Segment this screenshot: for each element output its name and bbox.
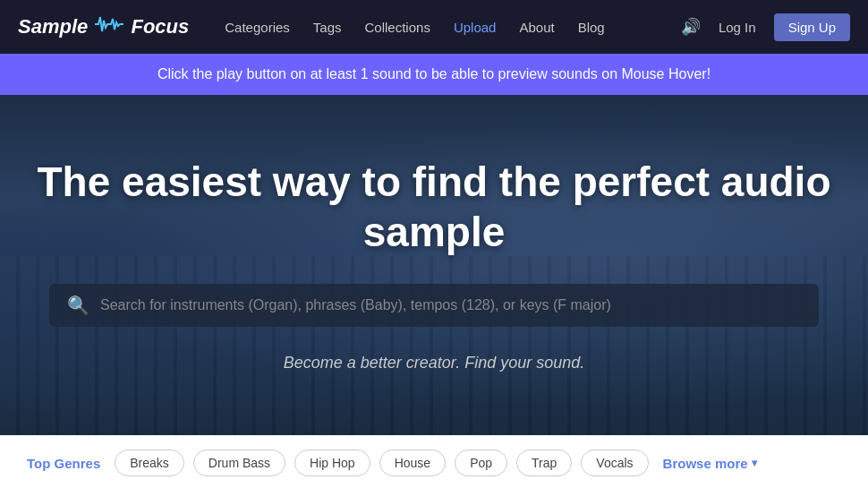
hero-content: The easiest way to find the perfect audi… <box>0 158 868 372</box>
nav-item-about[interactable]: About <box>510 14 563 40</box>
nav-item-upload[interactable]: Upload <box>445 14 506 40</box>
top-genres-label: Top Genres <box>27 456 100 471</box>
nav-item-blog[interactable]: Blog <box>569 14 614 40</box>
nav-item-categories[interactable]: Categories <box>216 14 299 40</box>
genres-bar: Top Genres Breaks Drum Bass Hip Hop Hous… <box>0 435 868 488</box>
banner-text: Click the play button on at least 1 soun… <box>157 66 711 81</box>
hero-section: The easiest way to find the perfect audi… <box>0 95 868 435</box>
signup-button[interactable]: Sign Up <box>774 13 850 41</box>
genre-pill-breaks[interactable]: Breaks <box>115 449 184 476</box>
nav-item-collections[interactable]: Collections <box>356 14 439 40</box>
login-button[interactable]: Log In <box>710 14 765 40</box>
search-icon: 🔍 <box>67 295 89 316</box>
chevron-down-icon: ▾ <box>752 457 757 469</box>
logo-wave-icon <box>95 15 123 33</box>
genre-pill-drum-bass[interactable]: Drum Bass <box>193 449 285 476</box>
genre-pill-hip-hop[interactable]: Hip Hop <box>294 449 370 476</box>
genre-pill-vocals[interactable]: Vocals <box>581 449 648 476</box>
logo[interactable]: Sample Focus <box>18 15 189 39</box>
nav-actions: 🔊 Log In Sign Up <box>681 13 850 41</box>
logo-text: Sample Focus <box>18 15 189 39</box>
navbar: Sample Focus Categories Tags Collections… <box>0 0 868 54</box>
hero-title: The easiest way to find the perfect audi… <box>36 158 832 256</box>
speaker-icon[interactable]: 🔊 <box>681 17 701 37</box>
genre-pill-trap[interactable]: Trap <box>516 449 572 476</box>
search-input[interactable] <box>100 297 801 313</box>
genre-pill-pop[interactable]: Pop <box>455 449 507 476</box>
nav-links: Categories Tags Collections Upload About… <box>216 14 681 40</box>
browse-more-label: Browse more <box>663 456 748 471</box>
search-bar[interactable]: 🔍 <box>49 284 819 327</box>
info-banner: Click the play button on at least 1 soun… <box>0 54 868 95</box>
nav-item-tags[interactable]: Tags <box>304 14 351 40</box>
browse-more-button[interactable]: Browse more ▾ <box>663 456 757 471</box>
hero-tagline: Become a better creator. Find your sound… <box>36 354 832 372</box>
genre-pill-house[interactable]: House <box>379 449 446 476</box>
